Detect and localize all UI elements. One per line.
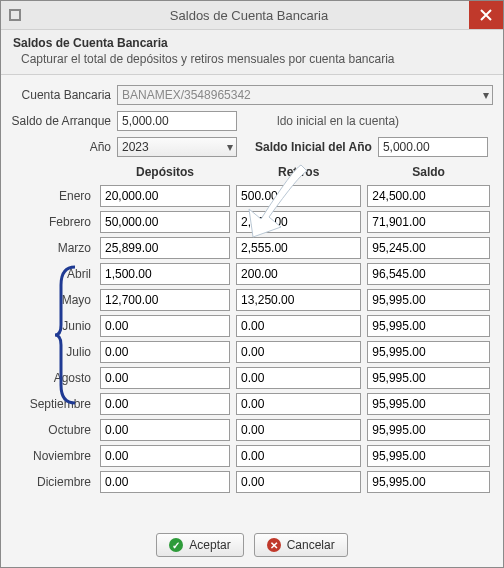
row-saldo-arranque: Saldo de Arranque ldo inicial en la cuen… <box>11 111 493 131</box>
deposito-input[interactable] <box>100 445 230 467</box>
accept-button[interactable]: ✓ Aceptar <box>156 533 243 557</box>
month-label: Febrero <box>11 209 97 235</box>
retiro-input[interactable] <box>236 315 361 337</box>
footer: ✓ Aceptar ✕ Cancelar <box>1 525 503 567</box>
deposito-input[interactable] <box>100 471 230 493</box>
retiro-input[interactable] <box>236 419 361 441</box>
month-label: Julio <box>11 339 97 365</box>
retiro-input[interactable] <box>236 393 361 415</box>
table-row: Abril <box>11 261 493 287</box>
month-label: Agosto <box>11 365 97 391</box>
deposito-input[interactable] <box>100 289 230 311</box>
deposito-input[interactable] <box>100 393 230 415</box>
retiro-input[interactable] <box>236 263 361 285</box>
table-row: Agosto <box>11 365 493 391</box>
deposito-input[interactable] <box>100 185 230 207</box>
table-row: Febrero <box>11 209 493 235</box>
titlebar: Saldos de Cuenta Bancaria <box>1 1 503 30</box>
saldo-input[interactable] <box>367 211 490 233</box>
label-saldo-inicial-ano: Saldo Inicial del Año <box>255 140 372 154</box>
saldo-input[interactable] <box>367 237 490 259</box>
header-title: Saldos de Cuenta Bancaria <box>13 36 493 50</box>
saldo-input[interactable] <box>367 367 490 389</box>
table-row: Julio <box>11 339 493 365</box>
table-row: Octubre <box>11 417 493 443</box>
retiro-input[interactable] <box>236 471 361 493</box>
cuenta-select[interactable] <box>117 85 493 105</box>
month-label: Abril <box>11 261 97 287</box>
saldo-input[interactable] <box>367 393 490 415</box>
retiro-input[interactable] <box>236 237 361 259</box>
deposito-input[interactable] <box>100 367 230 389</box>
close-button[interactable] <box>469 1 503 29</box>
month-label: Noviembre <box>11 443 97 469</box>
table-row: Diciembre <box>11 469 493 495</box>
saldo-input[interactable] <box>367 471 490 493</box>
close-icon <box>480 9 492 21</box>
row-ano: Año ▾ Saldo Inicial del Año <box>11 137 493 157</box>
retiro-input[interactable] <box>236 289 361 311</box>
month-label: Mayo <box>11 287 97 313</box>
cancel-icon: ✕ <box>267 538 281 552</box>
label-saldo-arranque: Saldo de Arranque <box>11 114 117 128</box>
deposito-input[interactable] <box>100 315 230 337</box>
svg-rect-0 <box>10 10 20 20</box>
month-label: Junio <box>11 313 97 339</box>
ano-select[interactable] <box>117 137 237 157</box>
month-label: Octubre <box>11 417 97 443</box>
saldo-input[interactable] <box>367 263 490 285</box>
deposito-input[interactable] <box>100 341 230 363</box>
cancel-button[interactable]: ✕ Cancelar <box>254 533 348 557</box>
sysmenu-icon[interactable] <box>1 8 29 22</box>
retiro-input[interactable] <box>236 367 361 389</box>
retiro-input[interactable] <box>236 211 361 233</box>
retiro-input[interactable] <box>236 185 361 207</box>
accept-label: Aceptar <box>189 538 230 552</box>
month-label: Septiembre <box>11 391 97 417</box>
window-title: Saldos de Cuenta Bancaria <box>29 8 469 23</box>
table-row: Junio <box>11 313 493 339</box>
header-subtitle: Capturar el total de depósitos y retiros… <box>13 50 493 66</box>
header-panel: Saldos de Cuenta Bancaria Capturar el to… <box>1 30 503 75</box>
retiro-input[interactable] <box>236 341 361 363</box>
deposito-input[interactable] <box>100 263 230 285</box>
row-cuenta: Cuenta Bancaria ▾ <box>11 85 493 105</box>
saldo-arranque-input[interactable] <box>117 111 237 131</box>
label-ano: Año <box>11 140 117 154</box>
table-row: Noviembre <box>11 443 493 469</box>
saldo-inicial-ano-input[interactable] <box>378 137 488 157</box>
col-depositos: Depósitos <box>97 161 233 183</box>
table-row: Mayo <box>11 287 493 313</box>
month-label: Diciembre <box>11 469 97 495</box>
month-label: Marzo <box>11 235 97 261</box>
months-table: Depósitos Retiros Saldo EneroFebreroMarz… <box>11 161 493 495</box>
col-retiros: Retiros <box>233 161 364 183</box>
retiro-input[interactable] <box>236 445 361 467</box>
label-cuenta: Cuenta Bancaria <box>11 88 117 102</box>
body-panel: Cuenta Bancaria ▾ Saldo de Arranque ldo … <box>1 75 503 525</box>
saldo-input[interactable] <box>367 445 490 467</box>
saldo-arranque-hint: ldo inicial en la cuenta) <box>277 114 399 128</box>
deposito-input[interactable] <box>100 211 230 233</box>
deposito-input[interactable] <box>100 237 230 259</box>
saldo-input[interactable] <box>367 315 490 337</box>
table-row: Septiembre <box>11 391 493 417</box>
table-row: Marzo <box>11 235 493 261</box>
deposito-input[interactable] <box>100 419 230 441</box>
saldo-input[interactable] <box>367 289 490 311</box>
check-icon: ✓ <box>169 538 183 552</box>
dialog-window: Saldos de Cuenta Bancaria Saldos de Cuen… <box>0 0 504 568</box>
saldo-input[interactable] <box>367 419 490 441</box>
saldo-input[interactable] <box>367 341 490 363</box>
table-row: Enero <box>11 183 493 209</box>
month-label: Enero <box>11 183 97 209</box>
saldo-input[interactable] <box>367 185 490 207</box>
cancel-label: Cancelar <box>287 538 335 552</box>
col-saldo: Saldo <box>364 161 493 183</box>
